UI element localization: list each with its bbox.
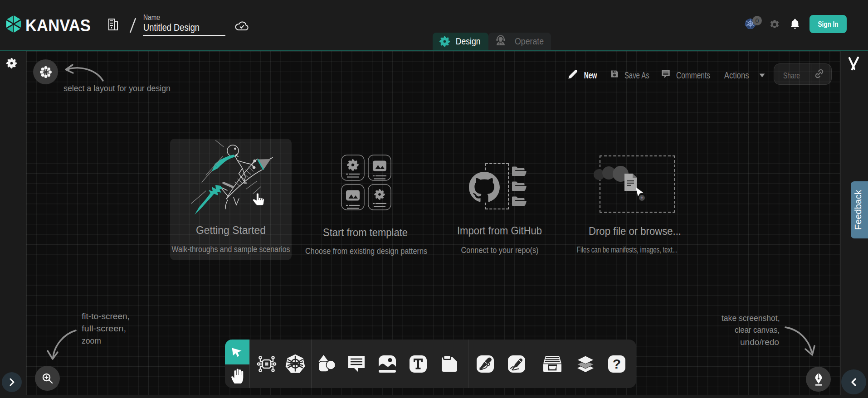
svg-text:?: ? [613, 356, 621, 371]
